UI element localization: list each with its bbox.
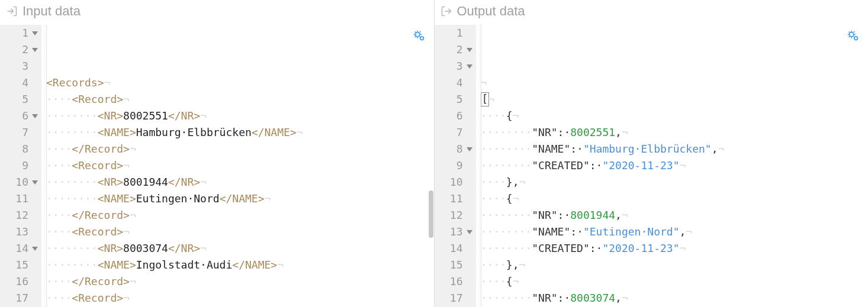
fold-icon[interactable]	[467, 147, 472, 151]
input-panel-title: Input data	[22, 4, 81, 19]
svg-point-4	[850, 33, 854, 37]
code-line[interactable]: ········"CREATED":·"2020-11-23"¬	[481, 157, 869, 174]
fold-icon[interactable]	[32, 48, 38, 52]
gutter-line: 16	[6, 273, 38, 290]
fold-icon[interactable]	[467, 48, 472, 52]
gutter-line: 7	[6, 124, 38, 141]
gutter-line: 13	[441, 224, 472, 240]
output-panel-title: Output data	[457, 4, 525, 19]
gutter-line: 3	[441, 58, 472, 75]
gutter-line: 2	[441, 41, 472, 58]
fold-icon[interactable]	[32, 31, 38, 35]
gutter-line: 3	[6, 58, 38, 75]
fold-icon[interactable]	[467, 64, 472, 69]
output-gutter: 1234567891011121314151617	[435, 25, 476, 307]
code-line[interactable]: ¬	[481, 75, 869, 91]
code-line[interactable]: <Records>¬	[46, 75, 434, 91]
code-line[interactable]: ········"NR":·8001944,¬	[481, 207, 869, 224]
output-editor[interactable]: 1234567891011121314151617 ¬[¬····{¬·····…	[435, 25, 869, 307]
gutter-line: 9	[441, 157, 472, 174]
code-line[interactable]: ····<Record>¬	[46, 157, 434, 174]
gutter-line: 1	[6, 25, 38, 41]
code-line[interactable]: ····<Record>¬	[46, 290, 434, 306]
code-line[interactable]: ········<NR>8002551</NR>¬	[46, 108, 434, 124]
input-code[interactable]: <Records>¬····<Record>¬········<NR>80025…	[41, 25, 434, 307]
code-line[interactable]: ········<NAME>Ingolstadt·Audi</NAME>¬	[46, 257, 434, 273]
output-icon	[441, 5, 452, 17]
gutter-line: 15	[441, 257, 472, 273]
input-editor[interactable]: 1234567891011121314151617 <Records>¬····…	[0, 25, 434, 307]
gutter-line: 8	[6, 141, 38, 157]
gutter-line: 11	[441, 190, 472, 207]
gutter-line: 9	[6, 157, 38, 174]
code-line[interactable]: ········<NR>8003074</NR>¬	[46, 240, 434, 257]
code-line[interactable]: ········<NAME>Hamburg·Elbbrücken</NAME>¬	[46, 124, 434, 141]
output-panel-header: Output data	[435, 0, 869, 25]
gutter-line: 4	[441, 75, 472, 91]
code-line[interactable]: ····},¬	[481, 257, 869, 273]
fold-icon[interactable]	[32, 180, 38, 185]
code-line[interactable]: ········<NR>8001944</NR>¬	[46, 174, 434, 190]
gutter-line: 16	[441, 273, 472, 290]
gutter-line: 4	[6, 75, 38, 91]
gutter-line: 14	[6, 240, 38, 257]
input-gutter: 1234567891011121314151617	[0, 25, 41, 307]
gutter-line: 2	[6, 41, 38, 58]
code-line[interactable]: ····</Record>¬	[46, 207, 434, 224]
code-line[interactable]: ········"NAME":·"Hamburg·Elbbrücken",¬	[481, 141, 869, 157]
code-line[interactable]: ····{¬	[481, 190, 869, 207]
code-line[interactable]: ········"NAME":·"Eutingen·Nord",¬	[481, 224, 869, 240]
code-line[interactable]: ····{¬	[481, 108, 869, 124]
gutter-line: 10	[441, 174, 472, 190]
svg-point-1	[415, 33, 419, 37]
code-line[interactable]: ····},¬	[481, 174, 869, 190]
code-line[interactable]: ····</Record>¬	[46, 273, 434, 290]
gutter-line: 11	[6, 190, 38, 207]
code-line[interactable]: ····</Record>¬	[46, 141, 434, 157]
code-line[interactable]: ········"CREATED":·"2020-11-23"¬	[481, 240, 869, 257]
code-line[interactable]: ········"NR":·8002551,¬	[481, 124, 869, 141]
output-code[interactable]: ¬[¬····{¬········"NR":·8002551,¬········…	[476, 25, 869, 307]
input-icon	[6, 5, 18, 17]
code-line[interactable]: ····<Record>¬	[46, 224, 434, 240]
gutter-line: 12	[441, 207, 472, 224]
code-line[interactable]: ········<NAME>Eutingen·Nord</NAME>¬	[46, 190, 434, 207]
input-panel: Input data 1234567891011121314151617 <Re…	[0, 0, 435, 307]
output-panel: Output data 1234567891011121314151617 ¬[…	[435, 0, 869, 307]
gear-icon[interactable]	[413, 30, 426, 43]
fold-icon[interactable]	[32, 114, 38, 118]
gutter-line: 5	[6, 91, 38, 108]
gear-icon[interactable]	[847, 30, 860, 43]
scrollbar-thumb[interactable]	[429, 190, 433, 238]
gutter-line: 7	[441, 124, 472, 141]
fold-icon[interactable]	[32, 247, 38, 251]
gutter-line: 6	[441, 108, 472, 124]
code-line[interactable]: ····{¬	[481, 273, 869, 290]
gutter-line: 8	[441, 141, 472, 157]
gutter-line: 1	[441, 25, 472, 41]
gutter-line: 17	[6, 290, 38, 306]
fold-icon[interactable]	[467, 230, 472, 234]
gutter-line: 10	[6, 174, 38, 190]
code-line[interactable]: ········"NR":·8003074,¬	[481, 290, 869, 306]
code-line[interactable]: [¬	[481, 91, 869, 108]
input-panel-header: Input data	[0, 0, 434, 25]
gutter-line: 5	[441, 91, 472, 108]
gutter-line: 14	[441, 240, 472, 257]
gutter-line: 12	[6, 207, 38, 224]
code-line[interactable]: ····<Record>¬	[46, 91, 434, 108]
gutter-line: 6	[6, 108, 38, 124]
gutter-line: 13	[6, 224, 38, 240]
gutter-line: 15	[6, 257, 38, 273]
gutter-line: 17	[441, 290, 472, 306]
